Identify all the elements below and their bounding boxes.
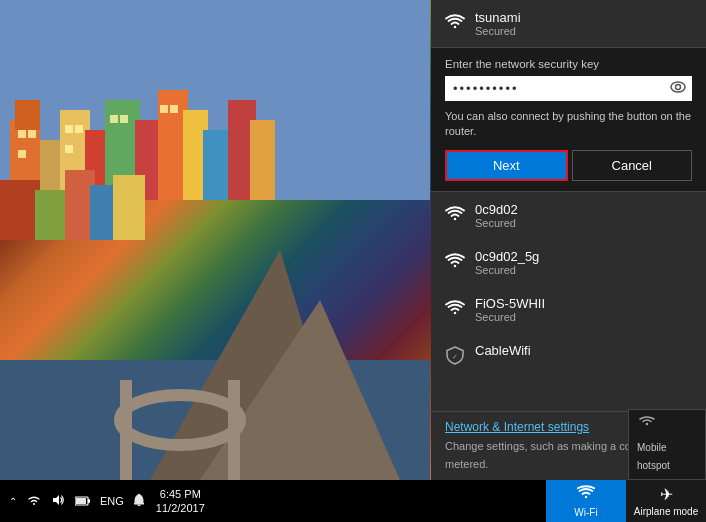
- svg-rect-27: [110, 115, 118, 123]
- wifi-panel: tsunami Secured Enter the network securi…: [431, 0, 706, 480]
- svg-rect-28: [120, 115, 128, 123]
- taskbar-volume-icon[interactable]: [46, 494, 70, 509]
- network-name: 0c9d02: [475, 202, 692, 217]
- network-status: Secured: [475, 217, 692, 229]
- network-cablewifi-info: CableWifi: [475, 343, 692, 358]
- network-status: Secured: [475, 264, 692, 276]
- taskbar-right: ENG 6:45 PM 11/2/2017: [22, 480, 221, 522]
- network-list: 0c9d02 Secured 0c9d02_5g Secured: [431, 191, 706, 411]
- network-item-tsunami[interactable]: tsunami Secured: [431, 0, 706, 47]
- next-button[interactable]: Next: [445, 150, 568, 181]
- wifi-icon-0c9d02: [445, 204, 465, 224]
- svg-rect-21: [18, 130, 26, 138]
- taskbar: ⌃ ENG: [0, 480, 706, 522]
- svg-rect-32: [120, 380, 132, 480]
- network-status: Secured: [475, 311, 692, 323]
- quick-action-wifi[interactable]: Wi-Fi: [546, 480, 626, 522]
- password-label: Enter the network security key: [445, 58, 692, 70]
- taskbar-wifi-icon[interactable]: [22, 494, 46, 509]
- network-item-0c9d02-5g[interactable]: 0c9d02_5g Secured: [431, 239, 706, 286]
- svg-point-34: [671, 82, 685, 92]
- scene-svg: [0, 0, 430, 480]
- wifi-signal-icon: [445, 12, 465, 32]
- network-0c9d02-5g-info: 0c9d02_5g Secured: [475, 249, 692, 276]
- button-row: Next Cancel: [445, 150, 692, 181]
- svg-point-35: [676, 85, 681, 90]
- network-name: CableWifi: [475, 343, 692, 358]
- network-0c9d02-info: 0c9d02 Secured: [475, 202, 692, 229]
- svg-rect-16: [0, 180, 40, 240]
- hotspot-tooltip: Mobile hotspot: [628, 409, 706, 480]
- taskbar-battery-icon[interactable]: [70, 494, 96, 509]
- network-tsunami-info: tsunami Secured: [475, 10, 692, 37]
- password-input[interactable]: [445, 76, 692, 101]
- taskbar-notification-icon[interactable]: [128, 493, 150, 510]
- network-name: tsunami: [475, 10, 692, 25]
- hint-text: You can also connect by pushing the butt…: [445, 109, 692, 140]
- password-input-wrapper: [445, 76, 692, 101]
- svg-rect-39: [88, 499, 90, 503]
- network-fios-info: FiOS-5WHII Secured: [475, 296, 692, 323]
- svg-rect-5: [15, 100, 40, 130]
- qa-airplane-label: Airplane mode: [634, 506, 698, 517]
- network-name: 0c9d02_5g: [475, 249, 692, 264]
- svg-rect-40: [76, 498, 86, 504]
- quick-action-airplane[interactable]: ✈ Airplane mode: [626, 480, 706, 522]
- system-tray-chevron[interactable]: ⌃: [4, 496, 22, 507]
- svg-rect-15: [250, 120, 275, 200]
- svg-rect-29: [160, 105, 168, 113]
- network-item-fios[interactable]: FiOS-5WHII Secured: [431, 286, 706, 333]
- svg-rect-23: [18, 150, 26, 158]
- svg-marker-37: [53, 495, 59, 505]
- svg-rect-33: [228, 380, 240, 480]
- hotspot-icon: [637, 416, 697, 435]
- date-display: 11/2/2017: [156, 501, 205, 515]
- qa-wifi-label: Wi-Fi: [574, 507, 597, 518]
- show-password-icon[interactable]: [670, 79, 686, 98]
- cancel-button[interactable]: Cancel: [572, 150, 693, 181]
- svg-rect-20: [113, 175, 145, 240]
- network-item-cablewifi[interactable]: ✓ CableWifi: [431, 333, 706, 375]
- wifi-icon-0c9d02-5g: [445, 251, 465, 271]
- qa-airplane-icon: ✈: [660, 485, 673, 504]
- wifi-icon-fios: [445, 298, 465, 318]
- svg-rect-26: [65, 145, 73, 153]
- password-section: Enter the network security key You can a…: [431, 47, 706, 191]
- network-item-0c9d02[interactable]: 0c9d02 Secured: [431, 192, 706, 239]
- svg-rect-24: [65, 125, 73, 133]
- svg-rect-25: [75, 125, 83, 133]
- svg-rect-22: [28, 130, 36, 138]
- quick-actions: Wi-Fi ✈ Airplane mode: [546, 480, 706, 522]
- svg-text:✓: ✓: [452, 352, 458, 359]
- svg-rect-17: [35, 190, 70, 240]
- network-name: FiOS-5WHII: [475, 296, 692, 311]
- qa-wifi-icon: [577, 485, 595, 505]
- taskbar-time[interactable]: 6:45 PM 11/2/2017: [150, 487, 211, 516]
- taskbar-lang[interactable]: ENG: [96, 495, 128, 507]
- network-status: Secured: [475, 25, 692, 37]
- svg-rect-30: [170, 105, 178, 113]
- shield-icon-cablewifi: ✓: [445, 345, 465, 365]
- time-display: 6:45 PM: [156, 487, 205, 501]
- hotspot-label: Mobile hotspot: [637, 442, 670, 471]
